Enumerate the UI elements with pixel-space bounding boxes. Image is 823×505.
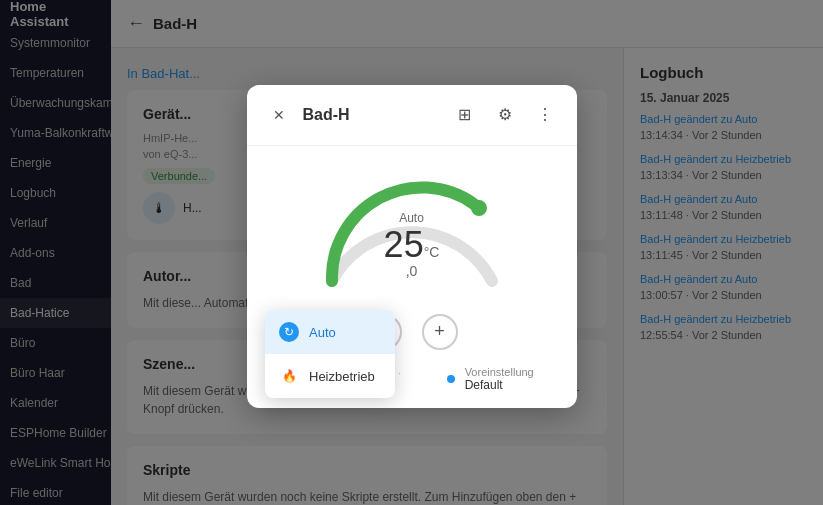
divider: · <box>398 366 401 392</box>
mode-dropdown: ↻ Auto 🔥 Heizbetrieb <box>265 310 395 398</box>
modal-title: Bad-H <box>303 106 441 124</box>
gauge-temp-label: Auto 25 °C ,0 <box>384 210 440 278</box>
gauge-decimal: ,0 <box>384 262 440 278</box>
dropdown-heizbetrieb-label: Heizbetrieb <box>309 369 375 384</box>
gauge-svg: Auto 25 °C ,0 <box>312 166 512 296</box>
gauge-mode: Auto <box>384 210 440 224</box>
preset-labels: Voreinstellung Default <box>465 366 534 392</box>
dropdown-item-heizbetrieb[interactable]: 🔥 Heizbetrieb <box>265 354 395 398</box>
settings-icon: ⚙ <box>498 105 512 124</box>
preset-label: Voreinstellung <box>465 366 534 378</box>
preset-value: Default <box>465 378 534 392</box>
gauge-container: Auto 25 °C ,0 <box>247 146 577 306</box>
gauge-unit: °C <box>424 243 440 259</box>
auto-icon: ↻ <box>279 322 299 342</box>
plus-icon: + <box>434 321 445 342</box>
preset-dot <box>447 375 455 383</box>
heat-icon: 🔥 <box>279 366 299 386</box>
svg-point-0 <box>471 200 487 216</box>
more-icon: ⋮ <box>537 105 553 124</box>
image-icon: ⊞ <box>458 105 471 124</box>
increase-temperature-button[interactable]: + <box>422 314 458 350</box>
modal-more-button[interactable]: ⋮ <box>529 99 561 131</box>
modal-image-button[interactable]: ⊞ <box>449 99 481 131</box>
modal-settings-button[interactable]: ⚙ <box>489 99 521 131</box>
close-icon: ✕ <box>273 107 285 123</box>
modal-header: ✕ Bad-H ⊞ ⚙ ⋮ <box>247 85 577 146</box>
modal-close-button[interactable]: ✕ <box>263 99 295 131</box>
dropdown-auto-label: Auto <box>309 325 336 340</box>
gauge-temperature: 25 <box>384 226 424 262</box>
preset-info: Voreinstellung Default <box>447 366 534 392</box>
dropdown-item-auto[interactable]: ↻ Auto <box>265 310 395 354</box>
